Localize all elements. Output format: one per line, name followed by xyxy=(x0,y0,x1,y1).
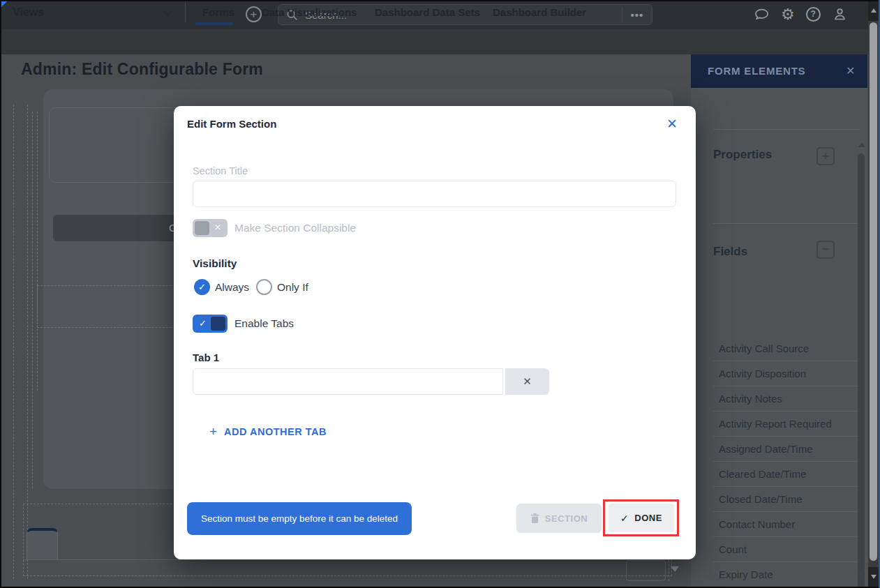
help-icon[interactable]: ? xyxy=(806,7,821,22)
toggle-knob xyxy=(211,317,225,331)
panel-divider xyxy=(713,129,860,130)
delete-section-button[interactable]: SECTION xyxy=(516,504,602,533)
corner-marker xyxy=(1,1,7,7)
panel-divider xyxy=(713,223,860,224)
field-item[interactable]: Assigned Date/Time xyxy=(713,437,860,462)
toggle-x-icon: ✕ xyxy=(214,223,221,232)
chat-icon[interactable] xyxy=(754,6,770,22)
modal-close-icon[interactable]: ✕ xyxy=(666,116,678,132)
modal-title: Edit Form Section xyxy=(187,118,276,130)
plus-icon: + xyxy=(209,425,217,438)
close-glyph: ✕ xyxy=(523,375,532,387)
field-item[interactable]: Activity Call Source xyxy=(713,336,860,361)
panel-close-icon[interactable]: ✕ xyxy=(846,64,855,77)
field-item[interactable]: Expiry Date xyxy=(713,562,860,587)
group-properties[interactable]: Properties xyxy=(713,148,772,162)
question-glyph: ? xyxy=(811,9,816,19)
field-item[interactable]: Activity Notes xyxy=(713,386,860,412)
radio-only-if-label: Only If xyxy=(277,281,308,294)
done-button[interactable]: ✓ DONE xyxy=(609,504,674,532)
page-scrollbar-thumb[interactable] xyxy=(870,22,877,561)
tab-data-visualizations[interactable]: Data Visualizations xyxy=(262,6,357,18)
field-item[interactable]: Closed Date/Time xyxy=(713,487,860,512)
page-scroll-up-icon[interactable] xyxy=(871,8,877,13)
views-dropdown[interactable]: Views xyxy=(13,6,44,19)
add-icon[interactable]: + xyxy=(246,6,262,22)
delete-notice-banner: Section must be empty before it can be d… xyxy=(187,502,412,535)
panel-scrollbar-thumb[interactable] xyxy=(858,153,865,588)
settings-gear-icon[interactable]: ⚙ xyxy=(781,7,795,22)
panel-scroll-up-icon[interactable] xyxy=(858,142,865,147)
collapse-minus-icon[interactable]: − xyxy=(816,241,835,259)
tab1-label: Tab 1 xyxy=(193,352,219,363)
trash-icon xyxy=(530,513,539,524)
field-item[interactable]: Activity Disposition xyxy=(713,361,860,386)
canvas-corner-box xyxy=(626,560,666,581)
nav-tab-row xyxy=(1,29,879,54)
panel-title: FORM ELEMENTS xyxy=(708,65,805,77)
delete-notice-text: Section must be empty before it can be d… xyxy=(201,513,398,524)
collapsible-toggle[interactable]: ✕ xyxy=(193,219,228,237)
radio-always[interactable]: ✓ xyxy=(194,279,210,295)
check-icon: ✓ xyxy=(620,513,629,524)
radio-always-label: Always xyxy=(215,281,249,294)
add-another-tab-button[interactable]: + ADD ANOTHER TAB xyxy=(209,425,327,438)
enable-tabs-toggle[interactable]: ✓ xyxy=(193,315,228,333)
active-tab-underline xyxy=(195,22,233,25)
form-elements-panel: FORM ELEMENTS ✕ Properties + Fields − Ac… xyxy=(691,54,867,587)
edit-form-section-modal: Edit Form Section ✕ Section Title ✕ Make… xyxy=(174,106,696,559)
canvas-dashed-guide xyxy=(37,112,38,391)
done-button-label: DONE xyxy=(634,513,662,523)
page-title: Admin: Edit Configurable Form xyxy=(21,60,263,79)
field-item[interactable]: Count xyxy=(713,537,860,562)
tab1-remove-button[interactable]: ✕ xyxy=(505,368,549,395)
check-glyph: ✓ xyxy=(198,282,206,292)
group-fields[interactable]: Fields xyxy=(713,245,747,259)
canvas-dashed-guide xyxy=(13,105,14,579)
field-item[interactable]: Contact Number xyxy=(713,512,860,537)
toggle-check-icon: ✓ xyxy=(199,318,207,329)
field-item[interactable]: Activity Report Required xyxy=(713,412,860,437)
tab-forms[interactable]: Forms xyxy=(202,6,234,18)
field-item[interactable]: Cleared Date/Time xyxy=(713,462,860,487)
collapsible-label: Make Section Collapsible xyxy=(234,222,356,234)
canvas-divider xyxy=(24,559,671,560)
window-border xyxy=(0,0,1,588)
section-title-input[interactable] xyxy=(193,181,676,207)
page-scroll-down-icon[interactable] xyxy=(871,575,877,579)
field-list: Activity Call Source Activity Dispositio… xyxy=(713,336,860,588)
tab1-input[interactable] xyxy=(193,368,503,395)
canvas-scroll-down-icon[interactable] xyxy=(671,566,679,572)
radio-only-if[interactable] xyxy=(256,279,272,295)
app-window: C + ••• ⚙ ? Views Forms Data Visualizati… xyxy=(0,0,880,588)
plus-glyph: + xyxy=(251,8,258,21)
nav-divider xyxy=(185,3,186,22)
window-border xyxy=(0,0,880,1)
tab-dashboard-builder[interactable]: Dashboard Builder xyxy=(493,6,586,18)
section-button-label: SECTION xyxy=(545,513,588,524)
tab-dashboard-data-sets[interactable]: Dashboard Data Sets xyxy=(375,6,480,18)
panel-scroll-down-icon[interactable] xyxy=(858,573,865,578)
minus-glyph: − xyxy=(822,243,829,256)
enable-tabs-label: Enable Tabs xyxy=(234,317,294,330)
plus-glyph: + xyxy=(822,149,829,163)
canvas-dashed-guide xyxy=(669,560,669,581)
more-options-icon[interactable]: ••• xyxy=(622,9,652,21)
expand-plus-icon[interactable]: + xyxy=(816,147,835,165)
user-icon[interactable] xyxy=(832,6,848,22)
canvas-dashed-guide xyxy=(32,112,33,488)
visibility-label: Visibility xyxy=(193,257,237,270)
canvas-mini-tab xyxy=(27,528,58,560)
add-another-tab-label: ADD ANOTHER TAB xyxy=(224,426,327,437)
section-title-label: Section Title xyxy=(193,165,248,176)
toggle-knob xyxy=(195,221,209,235)
